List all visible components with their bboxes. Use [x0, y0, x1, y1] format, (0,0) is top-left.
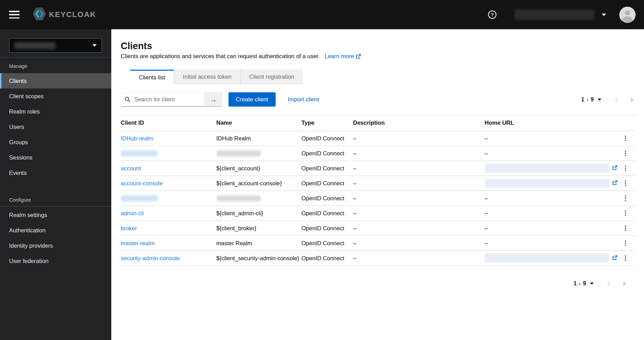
row-actions-kebab-icon[interactable]: [622, 193, 629, 203]
avatar[interactable]: [619, 7, 636, 23]
realm-selector[interactable]: [9, 38, 102, 53]
client-description: –: [353, 210, 356, 216]
sidebar-item-authentication: Authentication: [0, 223, 111, 238]
sidebar-item-users: Users: [0, 119, 111, 134]
main-content: Clients Clients are applications and ser…: [111, 29, 644, 340]
import-client-link[interactable]: Import client: [288, 96, 319, 103]
pagination-next-icon[interactable]: [622, 281, 627, 286]
search-submit-button[interactable]: →: [205, 92, 222, 107]
sidebar-link-realm-settings[interactable]: Realm settings: [0, 207, 111, 223]
client-id-link[interactable]: account-console: [121, 180, 163, 186]
client-type: OpenID Connect: [301, 180, 344, 186]
pagination-top: 1 - 9: [581, 96, 634, 103]
column-header-home-url: Home URL: [485, 115, 618, 131]
cell-name: master Realm: [216, 236, 301, 251]
redacted-client-id[interactable]: [121, 150, 158, 156]
learn-more-link[interactable]: Learn more: [325, 53, 361, 59]
cell-type: OpenID Connect: [301, 191, 353, 206]
cell-description: –: [353, 251, 485, 266]
client-type: OpenID Connect: [301, 210, 344, 216]
search-box: [121, 92, 205, 107]
pagination-menu-toggle[interactable]: 1 - 9: [581, 96, 601, 103]
tab-client-registration[interactable]: Client registration: [240, 70, 303, 84]
pagination-menu-toggle[interactable]: 1 - 9: [574, 280, 594, 287]
help-icon[interactable]: ?: [488, 10, 496, 19]
sidebar-item-events: Events: [0, 165, 111, 180]
cell-actions: [618, 176, 635, 191]
redacted-home-url: [485, 254, 609, 263]
table-row: broker${client_broker}OpenID Connect––: [121, 221, 635, 236]
sidebar-link-authentication[interactable]: Authentication: [0, 223, 111, 238]
redacted-client-id[interactable]: [121, 195, 158, 201]
pagination-next-icon[interactable]: [629, 97, 634, 102]
redacted-name: [216, 195, 261, 201]
sidebar-link-user-federation[interactable]: User federation: [0, 253, 111, 269]
cell-name: [216, 146, 301, 161]
cell-actions: [618, 191, 635, 206]
user-menu[interactable]: [515, 9, 606, 20]
pagination-prev-icon[interactable]: [614, 97, 619, 102]
client-id-link[interactable]: IDHub-realm: [121, 135, 153, 141]
sidebar-link-realm-roles[interactable]: Realm roles: [0, 104, 111, 119]
row-actions-kebab-icon[interactable]: [622, 163, 629, 173]
redacted-name: [216, 150, 261, 156]
cell-type: OpenID Connect: [301, 206, 353, 221]
pagination-bottom-row: 1 - 9: [121, 280, 635, 287]
table-row: master-realmmaster RealmOpenID Connect––: [121, 236, 635, 251]
row-actions-kebab-icon[interactable]: [622, 133, 629, 144]
row-actions-kebab-icon[interactable]: [622, 208, 629, 218]
cell-actions: [618, 146, 635, 161]
cell-description: –: [353, 176, 485, 191]
tab-clients-list[interactable]: Clients list: [130, 70, 174, 84]
sidebar-link-identity-providers[interactable]: Identity providers: [0, 238, 111, 253]
client-id-link[interactable]: broker: [121, 225, 137, 231]
tab-initial-access-token[interactable]: Initial access token: [174, 70, 240, 84]
cell-name: ${client_admin-cli}: [216, 206, 301, 221]
sidebar: ManageClientsClient scopesRealm rolesUse…: [0, 29, 111, 340]
client-name: ${client_account}: [216, 165, 260, 171]
sidebar-item-client-scopes: Client scopes: [0, 88, 111, 104]
external-link-icon: [612, 180, 617, 187]
cell-description: –: [353, 131, 485, 146]
client-id-link[interactable]: admin-cli: [121, 210, 144, 216]
client-home-url: –: [485, 210, 488, 216]
sidebar-link-sessions[interactable]: Sessions: [0, 150, 111, 165]
client-id-link[interactable]: account: [121, 165, 141, 171]
home-url-link[interactable]: [485, 254, 613, 263]
brand-text: KEYCLOAK: [49, 10, 96, 19]
row-actions-kebab-icon[interactable]: [622, 178, 629, 188]
sidebar-link-groups[interactable]: Groups: [0, 134, 111, 150]
create-client-button[interactable]: Create client: [229, 92, 276, 107]
row-actions-kebab-icon[interactable]: [622, 148, 629, 159]
row-actions-kebab-icon[interactable]: [622, 253, 629, 263]
client-name: ${client_security-admin-console}: [216, 255, 299, 261]
pagination-prev-icon[interactable]: [606, 281, 611, 286]
masthead: KEYCLOAK ?: [0, 0, 644, 29]
search-input[interactable]: [134, 96, 201, 103]
keycloak-logo: KEYCLOAK: [32, 6, 96, 23]
cell-type: OpenID Connect: [301, 221, 353, 236]
sidebar-link-client-scopes[interactable]: Client scopes: [0, 88, 111, 104]
toolbar: → Create client Import client 1 - 9: [121, 92, 635, 107]
client-id-link[interactable]: security-admin-console: [121, 255, 180, 261]
keycloak-admin-console: KEYCLOAK ?: [0, 0, 644, 340]
cell-name: IDHub Realm: [216, 131, 301, 146]
row-actions-kebab-icon[interactable]: [622, 238, 629, 248]
home-url-link[interactable]: [485, 179, 613, 188]
search-icon: [125, 96, 130, 102]
home-url-link[interactable]: [485, 164, 613, 173]
external-link-icon: [612, 165, 617, 172]
sidebar-item-groups: Groups: [0, 134, 111, 150]
cell-client-id: account: [121, 161, 216, 176]
sidebar-link-users[interactable]: Users: [0, 119, 111, 134]
table-row: account${client_account}OpenID Connect–: [121, 161, 635, 176]
cell-client-id: [121, 191, 216, 206]
client-type: OpenID Connect: [301, 165, 344, 171]
sidebar-link-clients[interactable]: Clients: [0, 73, 111, 88]
sidebar-link-events[interactable]: Events: [0, 165, 111, 180]
client-description: –: [353, 225, 356, 231]
row-actions-kebab-icon[interactable]: [622, 223, 629, 233]
client-id-link[interactable]: master-realm: [121, 240, 155, 246]
cell-type: OpenID Connect: [301, 236, 353, 251]
nav-toggle-icon[interactable]: [9, 11, 20, 18]
